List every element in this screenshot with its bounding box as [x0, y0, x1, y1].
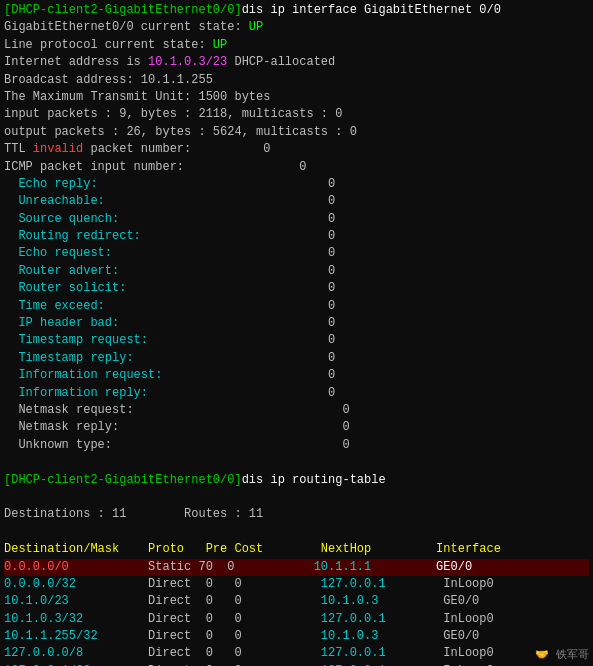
route-row-1: 0.0.0.0/32 Direct 0 0 127.0.0.1 InLoop0 [4, 576, 589, 593]
line-8: output packets : 26, bytes : 5624, multi… [4, 124, 589, 141]
line-2: GigabitEthernet0/0 current state: UP [4, 19, 589, 36]
line-10: ICMP packet input number: 0 [4, 159, 589, 176]
blank-3 [4, 524, 589, 541]
line-21: Timestamp reply: 0 [4, 350, 589, 367]
route-row-5: 127.0.0.0/8 Direct 0 0 127.0.0.1 InLoop0 [4, 645, 589, 662]
line-23: Information reply: 0 [4, 385, 589, 402]
blank-2 [4, 489, 589, 506]
line-11: Echo reply: 0 [4, 176, 589, 193]
routing-cmd: dis ip routing-table [242, 473, 386, 487]
line-16: Router advert: 0 [4, 263, 589, 280]
route-row-4: 10.1.1.255/32 Direct 0 0 10.1.0.3 GE0/0 [4, 628, 589, 645]
line-14: Routing redirect: 0 [4, 228, 589, 245]
line-19: IP header bad: 0 [4, 315, 589, 332]
line-3: Line protocol current state: UP [4, 37, 589, 54]
line-6: The Maximum Transmit Unit: 1500 bytes [4, 89, 589, 106]
line-25: Netmask reply: 0 [4, 419, 589, 436]
line-13: Source quench: 0 [4, 211, 589, 228]
line-18: Time exceed: 0 [4, 298, 589, 315]
line-7: input packets : 9, bytes : 2118, multica… [4, 106, 589, 123]
prompt: [DHCP-client2-GigabitEthernet0/0] [4, 3, 242, 17]
line-24: Netmask request: 0 [4, 402, 589, 419]
blank-1 [4, 454, 589, 471]
route-row-default: 0.0.0.0/0 Static 70 0 10.1.1.1 GE0/0 [4, 559, 589, 576]
table-header-row: Destination/Mask Proto Pre Cost NextHop … [4, 541, 589, 558]
prompt-2: [DHCP-client2-GigabitEthernet0/0] [4, 473, 242, 487]
line-17: Router solicit: 0 [4, 280, 589, 297]
line-20: Timestamp request: 0 [4, 332, 589, 349]
route-row-3: 10.1.0.3/32 Direct 0 0 127.0.0.1 InLoop0 [4, 611, 589, 628]
ip-address: 10.1.0.3/23 [148, 55, 227, 69]
watermark: 🤝 铁军哥 [535, 647, 589, 662]
line-routing-cmd: [DHCP-client2-GigabitEthernet0/0]dis ip … [4, 472, 589, 489]
line-12: Unreachable: 0 [4, 193, 589, 210]
line-5: Broadcast address: 10.1.1.255 [4, 72, 589, 89]
terminal: [DHCP-client2-GigabitEthernet0/0]dis ip … [0, 0, 593, 666]
line-destinations: Destinations : 11 Routes : 11 [4, 506, 589, 523]
line-26: Unknown type: 0 [4, 437, 589, 454]
line-1: [DHCP-client2-GigabitEthernet0/0]dis ip … [4, 2, 589, 19]
route-row-2: 10.1.0/23 Direct 0 0 10.1.0.3 GE0/0 [4, 593, 589, 610]
line-22: Information request: 0 [4, 367, 589, 384]
line-4: Internet address is 10.1.0.3/23 DHCP-all… [4, 54, 589, 71]
cmd-text: dis ip interface GigabitEthernet 0/0 [242, 3, 501, 17]
line-9: TTL invalid packet number: 0 [4, 141, 589, 158]
line-15: Echo request: 0 [4, 245, 589, 262]
